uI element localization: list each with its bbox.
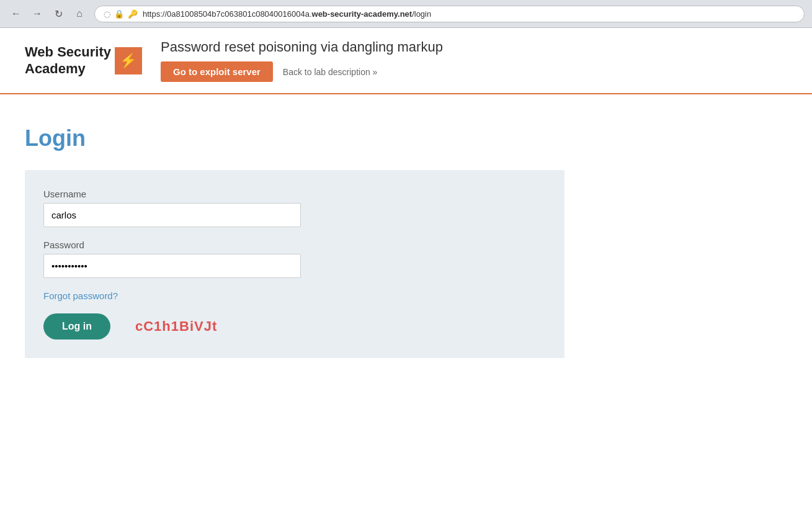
page-title: Login bbox=[25, 125, 787, 151]
key-icon: 🔑 bbox=[128, 9, 138, 19]
site-header: Web Security Academy Password reset pois… bbox=[0, 28, 812, 94]
lock-icon: 🔒 bbox=[114, 9, 124, 19]
reload-button[interactable]: ↻ bbox=[50, 5, 67, 22]
address-bar[interactable]: ◌ 🔒 🔑 https://0a81008504b7c063801c080400… bbox=[94, 6, 805, 22]
logo-area: Web Security Academy bbox=[25, 44, 142, 77]
main-content: Login Username Password Forgot password?… bbox=[0, 94, 812, 389]
logo-line2: Academy bbox=[25, 61, 111, 77]
forgot-password-link[interactable]: Forgot password? bbox=[43, 290, 118, 301]
shield-icon: ◌ bbox=[104, 9, 110, 19]
browser-chrome: ← → ↻ ⌂ ◌ 🔒 🔑 https://0a81008504b7c06380… bbox=[0, 0, 812, 28]
password-input[interactable] bbox=[43, 254, 301, 278]
exploit-server-button[interactable]: Go to exploit server bbox=[161, 61, 273, 82]
login-button[interactable]: Log in bbox=[43, 313, 110, 339]
lab-title: Password reset poisoning via dangling ma… bbox=[161, 39, 443, 55]
security-icons: ◌ 🔒 🔑 bbox=[104, 9, 138, 19]
username-input[interactable] bbox=[43, 203, 301, 227]
username-label: Username bbox=[43, 189, 546, 199]
credential-hint: cC1h1BiVJt bbox=[135, 318, 217, 335]
password-label: Password bbox=[43, 240, 546, 250]
header-right: Password reset poisoning via dangling ma… bbox=[161, 39, 443, 82]
username-group: Username bbox=[43, 189, 546, 227]
forward-button[interactable]: → bbox=[29, 5, 46, 22]
home-button[interactable]: ⌂ bbox=[71, 5, 88, 22]
logo-line1: Web Security bbox=[25, 44, 111, 60]
url-domain: web-security-academy.net bbox=[312, 9, 413, 19]
back-button[interactable]: ← bbox=[7, 5, 25, 22]
url-prefix: https://0a81008504b7c063801c08040016004a… bbox=[143, 9, 312, 19]
login-row: Log in cC1h1BiVJt bbox=[43, 313, 546, 339]
logo-icon bbox=[115, 47, 142, 74]
nav-buttons: ← → ↻ ⌂ bbox=[7, 5, 88, 22]
header-actions: Go to exploit server Back to lab descrip… bbox=[161, 61, 443, 82]
logo-text: Web Security Academy bbox=[25, 44, 111, 77]
login-box: Username Password Forgot password? Log i… bbox=[25, 170, 564, 358]
url-display: https://0a81008504b7c063801c08040016004a… bbox=[143, 9, 795, 19]
back-to-lab-link[interactable]: Back to lab description » bbox=[283, 67, 378, 77]
url-path: /login bbox=[412, 9, 431, 19]
password-group: Password bbox=[43, 240, 546, 278]
